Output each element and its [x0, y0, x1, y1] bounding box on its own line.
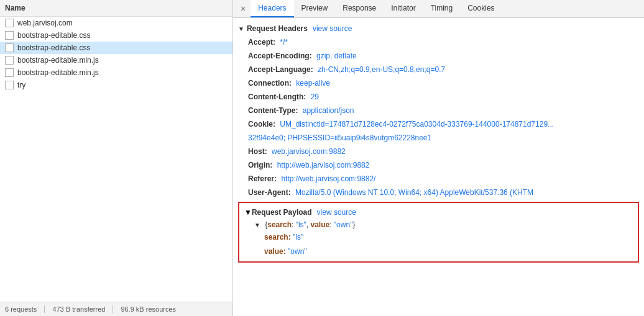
header-row: Accept-Language: zh-CN,zh;q=0.9,en-US;q=…: [233, 63, 644, 76]
header-sep: [307, 91, 309, 102]
payload-details: search: "ls"value: "own": [239, 230, 638, 259]
right-panel: × Headers Preview Response Initiator Tim…: [233, 0, 644, 316]
file-name: try: [17, 81, 25, 89]
tabs-bar: × Headers Preview Response Initiator Tim…: [233, 0, 644, 18]
header-sep: [292, 187, 294, 198]
header-value: 29: [311, 91, 319, 102]
request-headers-title: Request Headers: [247, 24, 308, 33]
payload-title: Request Payload: [252, 208, 312, 217]
files-header: Name: [0, 0, 232, 17]
payload-summary: ▼ {search: "ls", value: "own"}: [239, 219, 638, 230]
header-value: keep-alive: [296, 78, 330, 89]
header-value: http://web.jarvisoj.com:9882: [277, 160, 370, 171]
tab-cookies[interactable]: Cookies: [460, 0, 502, 17]
header-name: Connection:: [248, 78, 292, 89]
file-item[interactable]: bootstrap-editable.min.js: [0, 54, 232, 66]
file-name: bootstrap-editable.min.js: [17, 56, 99, 65]
file-name: bootstrap-editable.min.js: [17, 68, 99, 77]
header-row: User-Agent: Mozilla/5.0 (Windows NT 10.0…: [233, 186, 644, 199]
tab-response[interactable]: Response: [335, 0, 384, 17]
header-row: Origin: http://web.jarvisoj.com:9882: [233, 158, 644, 172]
resources-size: 96.9 kB resources: [121, 305, 183, 313]
file-icon: [5, 31, 14, 40]
file-item[interactable]: bootstrap-editable.css: [0, 29, 232, 42]
header-name: Host:: [248, 146, 267, 157]
header-name: Accept-Encoding:: [248, 50, 312, 61]
payload-detail-row: search: "ls": [239, 230, 638, 245]
header-sep: [313, 50, 315, 61]
header-row: Host: web.jarvisoj.com:9882: [233, 145, 644, 158]
content-area: ▼ Request Headers view source Accept: */…: [233, 18, 644, 316]
left-panel: Name web.jarvisoj.combootstrap-editable.…: [0, 0, 233, 316]
footer: 6 requests 473 B transferred 96.9 kB res…: [0, 302, 232, 316]
header-name: Origin:: [248, 160, 272, 171]
file-name: bootstrap-editable.css: [17, 31, 90, 40]
header-value: web.jarvisoj.com:9882: [272, 146, 346, 157]
header-row: Cookie: UM_distinctid=174871d7128ec4-027…: [233, 117, 644, 131]
file-icon: [5, 56, 14, 65]
header-name: Cookie:: [248, 119, 275, 130]
payload-header: ▼ Request Payload view source: [239, 205, 638, 219]
header-sep: [274, 160, 275, 171]
payload-triangle-icon: ▼: [244, 208, 252, 217]
header-value: UM_distinctid=174871d7128ec4-0272f75ca03…: [280, 119, 554, 130]
request-headers-list: Accept: */*Accept-Encoding: gzip, deflat…: [233, 35, 644, 199]
header-sep: [299, 105, 301, 116]
header-name: Content-Length:: [248, 91, 306, 102]
payload-detail-key: value:: [264, 247, 286, 256]
header-name: Accept-Language:: [248, 64, 313, 75]
header-row: Accept-Encoding: gzip, deflate: [233, 49, 644, 63]
requests-count: 6 requests: [5, 305, 45, 313]
file-item[interactable]: bootstrap-editable.min.js: [0, 66, 232, 79]
file-icon: [5, 19, 14, 27]
payload-view-source[interactable]: view source: [317, 208, 356, 217]
file-list: web.jarvisoj.combootstrap-editable.cssbo…: [0, 17, 232, 302]
header-value: application/json: [303, 105, 354, 116]
header-value: */*: [280, 37, 288, 48]
request-payload-section: ▼ Request Payload view source ▼ {search:…: [238, 202, 639, 263]
header-sep: [315, 64, 316, 75]
payload-key-value: value: [311, 220, 330, 229]
tab-close-button[interactable]: ×: [236, 0, 251, 17]
header-name: Accept:: [248, 37, 275, 48]
file-icon: [5, 81, 14, 89]
payload-val-value: "own": [334, 220, 353, 229]
header-value: http://web.jarvisoj.com:9882/: [281, 173, 375, 184]
file-icon: [5, 68, 14, 77]
payload-val-search: "ls": [296, 220, 306, 229]
header-sep: [293, 78, 295, 89]
tab-preview[interactable]: Preview: [294, 0, 336, 17]
header-name: User-Agent:: [248, 187, 291, 198]
header-name: Content-Type:: [248, 105, 298, 116]
header-sep: [269, 146, 270, 157]
transferred-size: 473 B transferred: [52, 305, 113, 313]
header-sep: [277, 37, 278, 48]
header-value: gzip, deflate: [316, 50, 357, 61]
file-item[interactable]: bootstrap-editable.css: [0, 42, 232, 54]
request-headers-view-source[interactable]: view source: [313, 24, 352, 33]
file-item[interactable]: try: [0, 79, 232, 91]
payload-detail-val: "own": [288, 247, 307, 256]
header-row: Content-Length: 29: [233, 90, 644, 104]
triangle-icon: ▼: [238, 25, 244, 32]
file-item[interactable]: web.jarvisoj.com: [0, 17, 232, 29]
header-sep: [277, 119, 278, 130]
header-row: Accept: */*: [233, 35, 644, 49]
tab-headers[interactable]: Headers: [251, 0, 293, 17]
payload-summary-triangle: ▼: [254, 222, 260, 228]
header-row: 32f94e4e0; PHPSESSID=ii5uaip9i4s8vutgm62…: [233, 131, 644, 145]
tab-initiator[interactable]: Initiator: [384, 0, 423, 17]
payload-summary-text: {search: "ls", value: "own"}: [265, 220, 355, 229]
header-value: Mozilla/5.0 (Windows NT 10.0; Win64; x64…: [295, 187, 533, 198]
file-name: bootstrap-editable.css: [17, 43, 90, 52]
payload-detail-row: value: "own": [239, 245, 638, 259]
payload-detail-val: "ls": [293, 233, 303, 242]
header-value: zh-CN,zh;q=0.9,en-US;q=0.8,en;q=0.7: [318, 64, 445, 75]
header-row: Content-Type: application/json: [233, 104, 644, 117]
file-icon: [5, 43, 14, 52]
header-name: Referer:: [248, 173, 277, 184]
payload-detail-key: search:: [264, 233, 291, 242]
header-sep: [278, 173, 280, 184]
header-value-cont: 32f94e4e0; PHPSESSID=ii5uaip9i4s8vutgm62…: [248, 132, 431, 143]
tab-timing[interactable]: Timing: [423, 0, 461, 17]
